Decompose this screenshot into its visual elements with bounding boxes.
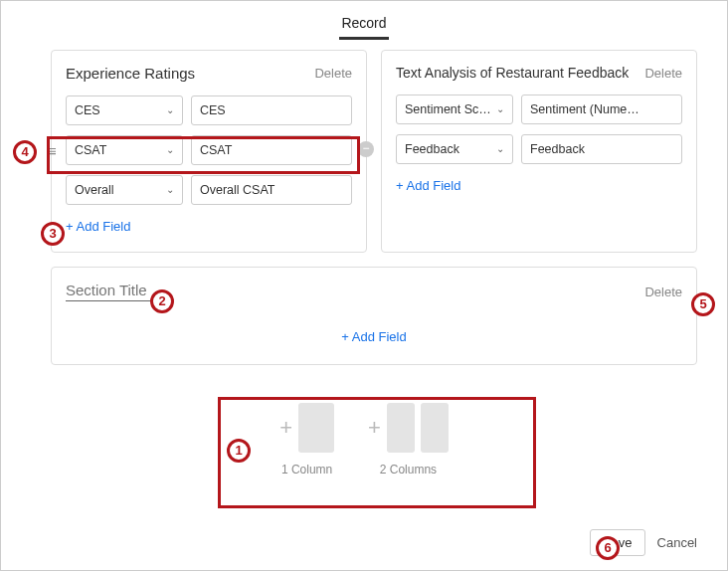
field-label-input[interactable]: CES — [191, 95, 352, 125]
sections-row: Experience Ratings Delete CES ⌄ CES ≡ CS… — [1, 40, 727, 253]
drag-handle-icon[interactable]: ≡ — [48, 142, 57, 159]
select-value: Feedback — [405, 135, 459, 163]
annotation-marker-4: 4 — [13, 140, 37, 164]
field-select[interactable]: CES ⌄ — [66, 95, 183, 125]
column-shape-icon — [298, 403, 334, 453]
section-title: Text Analysis of Restaurant Feedback — [396, 65, 629, 81]
section-experience-ratings: Experience Ratings Delete CES ⌄ CES ≡ CS… — [51, 50, 367, 253]
add-field-button[interactable]: + Add Field — [341, 325, 406, 344]
add-field-button[interactable]: + Add Field — [66, 215, 130, 234]
annotation-marker-3: 3 — [41, 222, 65, 246]
field-row: Overall ⌄ Overall CSAT — [66, 175, 352, 205]
chevron-down-icon: ⌄ — [496, 95, 504, 123]
section-text-analysis: Text Analysis of Restaurant Feedback Del… — [381, 50, 697, 253]
plus-icon: + — [279, 415, 292, 441]
field-label-input[interactable]: Overall CSAT — [191, 175, 352, 205]
add-field-button[interactable]: + Add Field — [396, 174, 460, 193]
page-frame: Record Experience Ratings Delete CES ⌄ C… — [0, 0, 728, 571]
section-title-input[interactable] — [66, 282, 161, 301]
field-select[interactable]: CSAT ⌄ — [66, 135, 183, 165]
annotation-marker-1: 1 — [227, 439, 251, 463]
layout-label: 1 Column — [279, 463, 334, 476]
field-row: Sentiment Score ⌄ Sentiment (Nume… — [396, 95, 682, 124]
field-label-input[interactable]: Feedback — [521, 134, 682, 164]
field-select[interactable]: Feedback ⌄ — [396, 134, 513, 164]
layout-label: 2 Columns — [368, 463, 449, 476]
cancel-button[interactable]: Cancel — [657, 535, 697, 550]
delete-section-button[interactable]: Delete — [314, 66, 352, 81]
chevron-down-icon: ⌄ — [496, 135, 504, 163]
field-row-active: ≡ CSAT ⌄ CSAT − — [66, 135, 352, 165]
add-two-column-section[interactable]: + 2 Columns — [368, 403, 449, 476]
field-label-input[interactable]: Sentiment (Nume… — [521, 95, 682, 124]
add-one-column-section[interactable]: + 1 Column — [279, 403, 334, 476]
field-select[interactable]: Overall ⌄ — [66, 175, 183, 205]
field-row: Feedback ⌄ Feedback — [396, 134, 682, 164]
annotation-marker-5: 5 — [691, 292, 715, 316]
annotation-marker-2: 2 — [150, 289, 174, 313]
remove-field-icon[interactable]: − — [358, 141, 374, 157]
chevron-down-icon: ⌄ — [166, 136, 174, 164]
delete-section-button[interactable]: Delete — [644, 285, 682, 299]
column-shape-icon — [421, 403, 449, 453]
plus-icon: + — [368, 415, 381, 441]
chevron-down-icon: ⌄ — [166, 176, 174, 204]
field-select[interactable]: Sentiment Score ⌄ — [396, 95, 513, 124]
delete-section-button[interactable]: Delete — [644, 66, 682, 81]
select-value: CES — [75, 96, 100, 124]
field-label-input[interactable]: CSAT — [191, 135, 352, 165]
annotation-marker-6: 6 — [596, 536, 620, 560]
layout-picker: + 1 Column + 2 Columns — [205, 389, 523, 498]
section-title: Experience Ratings — [66, 65, 195, 82]
field-row: CES ⌄ CES — [66, 95, 352, 125]
chevron-down-icon: ⌄ — [166, 96, 174, 124]
tab-bar: Record — [1, 1, 727, 40]
select-value: Overall — [75, 176, 114, 204]
section-new: Delete + Add Field — [51, 267, 697, 365]
select-value: Sentiment Score — [405, 95, 494, 123]
tab-record[interactable]: Record — [339, 11, 388, 40]
select-value: CSAT — [75, 136, 106, 164]
column-shape-icon — [387, 403, 415, 453]
